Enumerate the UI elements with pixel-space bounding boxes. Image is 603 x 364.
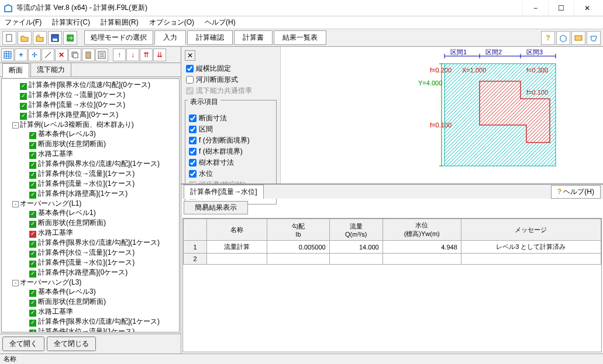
- tree-item[interactable]: -計算例(レベル3複断面、樹木群あり)✓基本条件(レベル3)✓断面形状(任意閉断…: [12, 120, 178, 199]
- col-header: 流量Q(m³/s): [329, 219, 383, 241]
- menu-file[interactable]: ファイル(F): [2, 16, 44, 29]
- top-arrow-button[interactable]: ⇈: [140, 48, 153, 61]
- bucket-icon-button[interactable]: [587, 31, 601, 45]
- copy-button[interactable]: [68, 48, 81, 61]
- tree-item[interactable]: ✓計算条件[水路壁高](0ケース): [12, 110, 178, 120]
- grid-view-button[interactable]: [1, 48, 14, 61]
- save-button[interactable]: [48, 31, 62, 45]
- tree-item[interactable]: ✓計算条件[流量→水位](1ケース): [22, 179, 178, 189]
- tree-label: 計算条件[水路壁高](1ケース): [38, 189, 128, 197]
- chk-水位[interactable]: [189, 170, 197, 178]
- open-button[interactable]: [18, 31, 32, 45]
- center-button[interactable]: ✛: [28, 48, 41, 61]
- maximize-button[interactable]: ☐: [548, 1, 574, 16]
- chk-river-shape[interactable]: [186, 76, 194, 84]
- panel-close-button[interactable]: ✕: [185, 50, 195, 61]
- cell-q: 14.000: [329, 241, 383, 254]
- tree-item[interactable]: ✓基本条件(レベル3): [22, 287, 178, 297]
- tree-item[interactable]: ✓計算条件[水位→流量](1ケース): [22, 327, 178, 332]
- add-button[interactable]: +: [15, 48, 27, 61]
- chk-fix-ratio[interactable]: [186, 65, 194, 72]
- tree-item[interactable]: ✓計算条件[水位→流量](1ケース): [22, 248, 178, 258]
- exit-button[interactable]: [63, 31, 77, 45]
- down-arrow-button[interactable]: ↓: [126, 48, 139, 61]
- tree-item[interactable]: ✓計算条件[水位→流量](1ケース): [22, 169, 178, 179]
- menu-help[interactable]: ヘルプ(H): [202, 16, 238, 29]
- tree-item[interactable]: ✓計算条件[流量→水位](0ケース): [12, 100, 178, 110]
- result-tab[interactable]: 計算条件[流量→水位]: [184, 185, 264, 199]
- tree-item[interactable]: ✓基本条件(レベル3): [22, 129, 178, 139]
- mode-tab-results[interactable]: 結果一覧表: [274, 30, 326, 45]
- expand-toggle[interactable]: -: [12, 280, 19, 286]
- minimize-button[interactable]: −: [522, 1, 548, 16]
- tree-item[interactable]: ✓計算条件[限界水位/流速/勾配](0ケース): [12, 80, 178, 90]
- tree-item[interactable]: ✓断面形状(任意閉断面): [22, 139, 178, 149]
- menu-calc-run[interactable]: 計算実行(C): [50, 16, 92, 29]
- chk-断面寸法[interactable]: [189, 115, 197, 122]
- chk-樹木群寸法[interactable]: [189, 159, 197, 167]
- tab-flow[interactable]: 流下能力: [30, 63, 71, 77]
- tree-label: 計算例(レベル3複断面、樹木群あり): [20, 120, 134, 129]
- chk-f (樹木群境界)[interactable]: [189, 148, 197, 155]
- line-button[interactable]: [42, 48, 54, 61]
- card-icon-button[interactable]: [571, 31, 585, 45]
- tree-item[interactable]: ✓計算条件[水路壁高](1ケース): [22, 189, 178, 199]
- list-button[interactable]: [95, 48, 108, 61]
- new-button[interactable]: [2, 31, 16, 45]
- check-icon: ✓: [29, 330, 36, 332]
- tree-item[interactable]: ✓計算条件[限界水位/流速/勾配](1ケース): [22, 159, 178, 169]
- box-icon-button[interactable]: [556, 31, 570, 45]
- tree-item[interactable]: ✓計算条件[水位→流量](0ケース): [12, 90, 178, 100]
- chk-区間[interactable]: [189, 126, 197, 133]
- collapse-all-button[interactable]: 全て閉じる: [47, 337, 96, 351]
- tree-item[interactable]: -オーバーハング(L3)✓基本条件(レベル3)✓断面形状(任意閉断面)✓水路工基…: [12, 278, 178, 332]
- tree-label: 基本条件(レベル3): [38, 287, 96, 296]
- help-icon-button[interactable]: ?: [541, 31, 555, 45]
- tree-item[interactable]: ✓計算条件[流量→水位](1ケース): [22, 258, 178, 268]
- close-button[interactable]: ✕: [574, 1, 599, 16]
- tree-item[interactable]: ✓計算条件[限界水位/流速/勾配](1ケース): [22, 317, 178, 327]
- check-icon: ✓: [20, 113, 27, 120]
- tree-item[interactable]: -オーバーハング(L1)✓基本条件(レベル1)✓断面形状(任意閉断面)✓水路工基…: [12, 199, 178, 278]
- mode-tab-input[interactable]: 入力: [154, 30, 186, 45]
- app-icon: [4, 4, 13, 13]
- tree-item[interactable]: ✓基本条件(レベル1): [22, 208, 178, 218]
- paste-button[interactable]: [82, 48, 95, 61]
- tree-item[interactable]: ✓水路工基準: [22, 228, 178, 238]
- tree-label: 計算条件[水位→流量](1ケース): [38, 327, 135, 332]
- tree-view[interactable]: ✓計算条件[限界水位/流速/勾配](0ケース)✓計算条件[水位→流量](0ケース…: [1, 78, 180, 332]
- tree-label: 計算条件[水位→流量](1ケース): [38, 248, 135, 256]
- tree-label: オーバーハング(L3): [20, 278, 81, 286]
- bottom-arrow-button[interactable]: ⇊: [153, 48, 166, 61]
- delete-button[interactable]: ✕: [55, 48, 68, 61]
- result-grid[interactable]: 名称勾配Ib流量Q(m³/s)水位(標高)Yw(m)メッセージ1流量計算0.00…: [182, 218, 602, 352]
- tree-item[interactable]: ✓計算条件[限界水位/流速/勾配](1ケース): [22, 238, 178, 248]
- expand-toggle[interactable]: -: [12, 201, 19, 207]
- result-help-button[interactable]: ? ヘルプ(H): [551, 185, 601, 199]
- menu-options[interactable]: オプション(O): [147, 16, 197, 29]
- tree-item[interactable]: ✓水路工基準: [22, 149, 178, 159]
- tab-section[interactable]: 断面: [2, 63, 29, 77]
- tree-item[interactable]: ✓計算条件[水路壁高](0ケース): [22, 268, 178, 278]
- mode-tab-confirm[interactable]: 計算確認: [187, 30, 233, 45]
- tree-item[interactable]: ✓断面形状(任意閉断面): [22, 297, 178, 307]
- svg-line-6: [45, 52, 51, 58]
- row-num: 1: [184, 241, 207, 254]
- tree-item[interactable]: ✓断面形状(任意閉断面): [22, 218, 178, 228]
- expand-toggle[interactable]: -: [12, 122, 19, 129]
- lbl-fix-ratio: 縦横比固定: [196, 64, 231, 74]
- chk-f (分割断面境界)[interactable]: [189, 137, 197, 144]
- tree-label: 計算条件[限界水位/流速/勾配](0ケース): [29, 81, 150, 89]
- tree-label: オーバーハング(L1): [20, 199, 81, 207]
- expand-all-button[interactable]: 全て開く: [2, 337, 44, 351]
- cell-name: [207, 254, 267, 265]
- tree-label: 水路工基準: [38, 228, 73, 237]
- menu-calc-range[interactable]: 計算範囲(R): [98, 16, 141, 29]
- table-row[interactable]: 1流量計算0.00500014.0004.948レベル3 として計算済み: [184, 241, 601, 254]
- up-arrow-button[interactable]: ↑: [113, 48, 126, 61]
- mode-tab-report[interactable]: 計算書: [234, 30, 273, 45]
- open2-button[interactable]: [33, 31, 47, 45]
- tree-item[interactable]: ✓水路工基準: [22, 307, 178, 317]
- simple-result-button[interactable]: 簡易結果表示: [184, 201, 248, 214]
- table-row[interactable]: 2: [184, 254, 601, 265]
